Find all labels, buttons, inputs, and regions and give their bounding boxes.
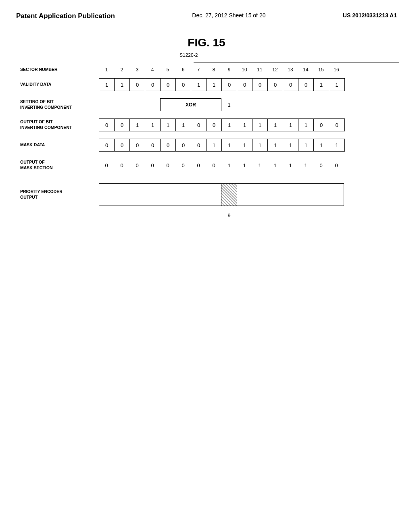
md-bit-10: 1	[237, 139, 252, 151]
ob-bit-16: 0	[329, 119, 344, 131]
output-mask-section-row: OUTPUT OF MASK SECTION 0 0 0 0 0 0 0 0 1…	[20, 158, 399, 172]
vd-bit-3: 0	[130, 79, 145, 91]
output-value-row: 9	[99, 211, 399, 218]
ob-bit-15: 0	[314, 119, 329, 131]
vd-bit-4: 0	[145, 79, 161, 91]
ob-bit-12: 1	[268, 119, 283, 131]
oms-bit-3: 0	[129, 162, 145, 168]
ob-bit-5: 1	[161, 119, 176, 131]
output-mask-section-label: OUTPUT OF MASK SECTION	[20, 160, 99, 170]
vd-bit-13: 0	[283, 79, 298, 91]
col-4: 4	[145, 67, 160, 73]
vd-bit-5: 0	[161, 79, 176, 91]
md-bit-15: 1	[314, 139, 329, 151]
col-3: 3	[129, 67, 145, 73]
md-bit-5: 0	[161, 139, 176, 151]
setting-of-bit-label: SETTING OF BIT INVERTING COMPONENT	[20, 99, 99, 110]
publication-date-sheet: Dec. 27, 2012 Sheet 15 of 20	[192, 12, 265, 19]
vd-bit-14: 0	[298, 79, 314, 91]
priority-encoder-row: PRIORITY ENCODER OUTPUT	[20, 179, 399, 211]
ob-bit-13: 1	[283, 119, 298, 131]
setting-special-bit: 1	[227, 102, 230, 108]
s-label: S1220-2	[179, 52, 198, 58]
md-bit-14: 1	[298, 139, 314, 151]
vd-bit-15: 1	[314, 79, 329, 91]
oms-bit-4: 0	[145, 162, 160, 168]
priority-encoder-label: PRIORITY ENCODER OUTPUT	[20, 189, 99, 200]
oms-bit-15: 0	[313, 162, 329, 168]
validity-data-row: VALIDITY DATA 1 1 0 0 0 0 1 1 0 0 0 0 0 …	[20, 78, 399, 91]
publication-number: US 2012/0331213 A1	[343, 12, 397, 19]
md-bit-13: 1	[283, 139, 298, 151]
sector-number-label: SECTOR NUMBER	[20, 67, 99, 73]
output-of-bit-bits: 0 0 1 1 1 1 0 0 1 1 1 1 1 1 0 0	[99, 118, 345, 131]
xor-box: XOR	[160, 98, 221, 111]
oms-bit-5: 0	[160, 162, 175, 168]
ob-bit-4: 1	[145, 119, 161, 131]
vd-bit-7: 1	[191, 79, 206, 91]
md-bit-6: 0	[176, 139, 191, 151]
vd-bit-9: 0	[222, 79, 237, 91]
ob-bit-11: 1	[252, 119, 268, 131]
col-2: 2	[114, 67, 129, 73]
vd-bit-11: 0	[252, 79, 268, 91]
oms-bit-14: 1	[298, 162, 313, 168]
md-bit-9: 1	[222, 139, 237, 151]
col-8: 8	[206, 67, 221, 73]
vd-bit-12: 0	[268, 79, 283, 91]
oms-bit-7: 0	[191, 162, 206, 168]
md-bit-4: 0	[145, 139, 161, 151]
validity-data-bits: 1 1 0 0 0 0 1 1 0 0 0 0 0 0 1 1	[99, 78, 345, 91]
col-12: 12	[267, 67, 283, 73]
vd-bit-16: 1	[329, 79, 344, 91]
md-bit-1: 0	[99, 139, 115, 151]
col-1: 1	[99, 67, 114, 73]
oms-bit-13: 1	[283, 162, 298, 168]
publication-title: Patent Application Publication	[16, 12, 115, 20]
vd-bit-1: 1	[99, 79, 115, 91]
priority-encoder-hatch	[221, 183, 237, 206]
md-bit-16: 1	[329, 139, 344, 151]
col-10: 10	[237, 67, 252, 73]
md-bit-2: 0	[115, 139, 130, 151]
priority-encoder-right-box	[237, 183, 344, 206]
col-5: 5	[160, 67, 175, 73]
oms-bit-6: 0	[175, 162, 191, 168]
oms-bit-12: 1	[267, 162, 283, 168]
md-bit-8: 1	[206, 139, 222, 151]
figure-title: FIG. 15	[0, 36, 413, 49]
page-header: Patent Application Publication Dec. 27, …	[0, 0, 413, 24]
ob-bit-8: 0	[206, 119, 222, 131]
validity-data-label: VALIDITY DATA	[20, 82, 99, 87]
vd-bit-2: 1	[115, 79, 130, 91]
ob-bit-14: 1	[298, 119, 314, 131]
oms-bit-1: 0	[99, 162, 114, 168]
xor-label: XOR	[186, 102, 196, 108]
priority-encoder-output-value: 9	[221, 212, 237, 218]
col-15: 15	[313, 67, 329, 73]
oms-bit-8: 0	[206, 162, 221, 168]
oms-bit-10: 1	[237, 162, 252, 168]
col-14: 14	[298, 67, 313, 73]
mask-data-row: MASK DATA 0 0 0 0 0 0 0 1 1 1 1 1 1 1 1 …	[20, 138, 399, 152]
output-mask-bits: 0 0 0 0 0 0 0 0 1 1 1 1 1 1 0 0	[99, 159, 344, 172]
setting-of-bit-row: SETTING OF BIT INVERTING COMPONENT XOR 1	[20, 98, 399, 112]
md-bit-11: 1	[252, 139, 268, 151]
vd-bit-10: 0	[237, 79, 252, 91]
mask-data-label: MASK DATA	[20, 142, 99, 148]
vd-bit-6: 0	[176, 79, 191, 91]
col-11: 11	[252, 67, 267, 73]
priority-encoder-left-box	[99, 183, 221, 206]
col-numbers: 1 2 3 4 5 6 7 8 9 10 11 12 13 14 15 16	[99, 67, 344, 73]
ob-bit-7: 0	[191, 119, 206, 131]
ob-bit-10: 1	[237, 119, 252, 131]
ob-bit-9: 1	[222, 119, 237, 131]
ob-bit-6: 1	[176, 119, 191, 131]
col-6: 6	[175, 67, 191, 73]
column-headers-row: SECTOR NUMBER 1 2 3 4 5 6 7 8 9 10 11 12…	[20, 65, 399, 75]
diagram-container: S1220-2 SECTOR NUMBER 1 2 3 4 5 6 7 8 9 …	[20, 52, 399, 218]
md-bit-12: 1	[268, 139, 283, 151]
ob-bit-2: 0	[115, 119, 130, 131]
ob-bit-1: 0	[99, 119, 115, 131]
col-16: 16	[329, 67, 344, 73]
